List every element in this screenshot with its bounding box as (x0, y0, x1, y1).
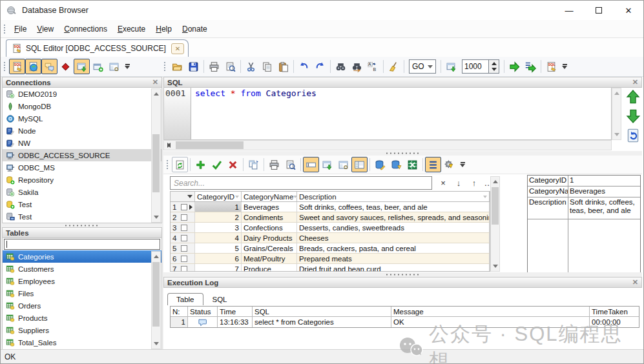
search-clear-icon[interactable]: × (436, 176, 450, 190)
cell-categoryid[interactable]: 1 (195, 202, 242, 212)
paste-button[interactable] (275, 59, 291, 74)
window-run-button[interactable] (319, 157, 335, 172)
cell-categoryid[interactable]: 4 (195, 233, 242, 243)
cut-button[interactable] (243, 59, 259, 74)
close-button[interactable]: ✕ (614, 1, 643, 20)
print-button[interactable] (266, 157, 282, 172)
scrollbar-thumb[interactable] (152, 262, 160, 327)
sql-editor[interactable]: 0001 select * from Categories (163, 88, 612, 140)
cell-categoryname[interactable]: Meat/Poultry (242, 254, 297, 263)
maximize-button[interactable] (584, 1, 614, 20)
scrollbar-thumb[interactable] (152, 134, 160, 192)
copy-button[interactable] (259, 59, 275, 74)
row-header-cell[interactable]: 4 (171, 233, 195, 243)
refresh-doc-button[interactable] (172, 157, 188, 172)
detail-field-value[interactable]: 1 (568, 176, 640, 186)
connection-item-mysql[interactable]: MySQL (3, 112, 161, 125)
table-item-suppliers[interactable]: Suppliers (3, 324, 161, 336)
toolbar-overflow-icon[interactable] (460, 162, 465, 167)
scrollbar-thumb[interactable] (492, 187, 499, 225)
tab-close-icon[interactable]: ✕ (171, 43, 184, 54)
columns-button[interactable] (425, 157, 441, 172)
connection-item-demo2019[interactable]: DEMO2019 (3, 88, 161, 100)
table-item-categories[interactable]: Categories (3, 250, 161, 263)
row-header-cell[interactable]: 3 (171, 223, 195, 232)
find-button[interactable] (333, 59, 349, 74)
table-item-customers[interactable]: Customers (3, 263, 161, 275)
cell-description[interactable]: Cheeses (297, 233, 490, 243)
filter-dropdown-icon[interactable] (483, 196, 487, 198)
tables-filter-input[interactable] (4, 239, 160, 250)
filter-dropdown-icon[interactable] (235, 196, 239, 198)
minimize-button[interactable]: — (554, 1, 584, 20)
search-next-icon[interactable]: ↓ (452, 176, 466, 190)
spinner-arrows-icon[interactable] (489, 59, 499, 74)
table-row[interactable]: 55Grains/CerealsBreads, crackers, pasta,… (171, 243, 490, 254)
log-column-header-n[interactable]: N: (171, 307, 188, 316)
toolbar-overflow-icon[interactable] (125, 64, 130, 69)
detail-field-value[interactable]: Beverages (568, 187, 640, 197)
globe-doc-button[interactable] (25, 59, 41, 74)
row-checkbox[interactable] (181, 266, 187, 272)
print-preview-button[interactable] (282, 157, 298, 172)
row-header-cell[interactable]: 7 (171, 264, 195, 272)
cell-description[interactable]: Sweet and savory sauces, relishes, sprea… (297, 212, 490, 222)
move-down-button[interactable] (626, 109, 640, 123)
db-drop-button[interactable] (388, 157, 404, 172)
connection-item-mongodb[interactable]: MongoDB (3, 100, 161, 112)
connection-item-odbc_access_source[interactable]: ODBC_ACCESS_SOURCE (3, 149, 161, 161)
excel-button[interactable] (404, 157, 421, 172)
scroll-down-icon[interactable] (612, 130, 621, 139)
sql-doc-button[interactable]: SQL (9, 59, 25, 74)
sql-code[interactable]: select * from Categories (191, 88, 317, 139)
window-run-button[interactable] (443, 59, 459, 74)
cell-categoryname[interactable]: Condiments (242, 212, 297, 222)
table-item-files[interactable]: Files (3, 287, 161, 299)
scroll-down-icon[interactable] (491, 261, 499, 271)
refresh-button[interactable] (626, 128, 640, 143)
scroll-right-icon[interactable] (164, 141, 174, 150)
form-split-button[interactable] (351, 157, 368, 172)
cell-categoryid[interactable]: 5 (195, 243, 242, 253)
scroll-up-icon[interactable] (491, 177, 499, 187)
menu-item-donate[interactable]: Donate (177, 23, 213, 35)
row-header-cell[interactable]: 5 (171, 243, 195, 253)
sql-results-splitter[interactable] (163, 151, 642, 156)
cell-description[interactable]: Desserts, candies, sweetbreads (297, 223, 490, 232)
scroll-up-icon[interactable] (152, 252, 160, 261)
go-terminator-select[interactable]: GO (409, 59, 436, 74)
cell-description[interactable]: Dried fruit and bean curd (297, 264, 490, 272)
menu-item-view[interactable]: View (32, 23, 59, 35)
cell-description[interactable]: Breads, crackers, pasta, and cereal (297, 243, 490, 253)
log-column-header-status[interactable]: Status (188, 307, 218, 316)
sql-vertical-scrollbar[interactable] (612, 88, 621, 140)
tab-sql-editor[interactable]: SQL SQL Editor [ODBC_ACCESS_SOURCE] ✕ (6, 39, 189, 57)
cell-categoryname[interactable]: Grains/Cereals (242, 243, 297, 253)
replace-ab-button[interactable]: AB (365, 59, 381, 74)
detail-field-value[interactable]: Soft drinks, coffees, teas, beer, and al… (568, 197, 640, 219)
cell-description[interactable]: Prepared meats (297, 254, 490, 263)
menu-item-file[interactable]: File (9, 23, 32, 35)
menu-item-execute[interactable]: Execute (112, 23, 151, 35)
print-preview-button[interactable] (222, 59, 238, 74)
grid-column-header-categoryname[interactable]: CategoryName (242, 192, 297, 201)
scroll-down-icon[interactable] (152, 212, 160, 222)
sql-panel-close-icon[interactable]: ✕ (632, 78, 638, 86)
form-view-button[interactable] (335, 157, 351, 172)
cell-categoryname[interactable]: Dairy Products (242, 233, 297, 243)
execute-button[interactable] (506, 59, 523, 74)
connections-scrollbar[interactable] (151, 88, 161, 223)
row-checkbox[interactable] (181, 245, 187, 252)
table-row[interactable]: 22CondimentsSweet and savory sauces, rel… (171, 212, 490, 223)
form-view-button[interactable] (106, 59, 122, 74)
db-edit-button[interactable] (372, 157, 388, 172)
table-row[interactable]: 77ProduceDried fruit and bean curd (171, 264, 490, 272)
comments-button[interactable] (41, 59, 57, 74)
select-all-dropdown-icon[interactable] (187, 195, 192, 198)
grid-column-header-categoryid[interactable]: CategoryID (195, 192, 242, 201)
window-add-button[interactable] (90, 59, 106, 74)
cross-button[interactable] (225, 157, 241, 172)
connection-item-nw[interactable]: NW (3, 137, 161, 149)
cell-categoryid[interactable]: 6 (195, 254, 242, 263)
text-field-button[interactable] (303, 157, 319, 172)
